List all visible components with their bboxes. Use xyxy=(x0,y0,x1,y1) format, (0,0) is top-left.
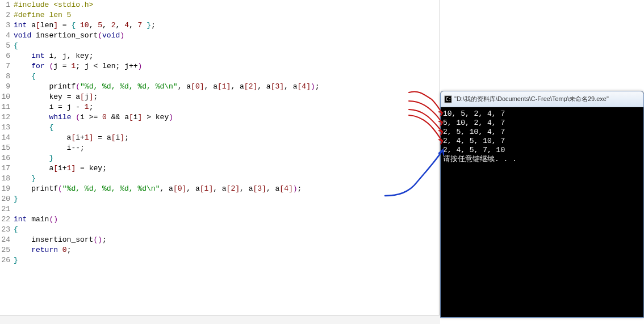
line-content[interactable]: void insertion_sort(void) xyxy=(12,31,124,41)
line-number: 20 xyxy=(0,194,12,204)
line-number: 1 xyxy=(0,0,12,10)
line-number: 23 xyxy=(0,225,12,235)
line-content[interactable]: } xyxy=(12,194,18,204)
code-line[interactable]: 23{ xyxy=(0,225,440,235)
code-line[interactable]: 1#include <stdio.h> xyxy=(0,0,440,10)
line-number: 18 xyxy=(0,174,12,184)
line-number: 3 xyxy=(0,20,12,31)
line-content[interactable]: i--; xyxy=(12,143,85,153)
console-window[interactable]: C:\ "D:\我的资料库\Documents\C-Free\Temp\未命名2… xyxy=(440,91,644,318)
line-number: 11 xyxy=(0,102,12,112)
line-number: 15 xyxy=(0,143,12,153)
line-number: 10 xyxy=(0,92,12,102)
code-editor[interactable]: 1#include <stdio.h>2#define len 53int a[… xyxy=(0,0,440,324)
line-content[interactable]: for (j = 1; j < len; j++) xyxy=(12,61,142,71)
line-number: 17 xyxy=(0,163,12,174)
console-output: 10, 5, 2, 4, 7 5, 10, 2, 4, 7 2, 5, 10, … xyxy=(441,107,643,317)
line-content[interactable] xyxy=(12,204,14,214)
line-number: 22 xyxy=(0,214,12,225)
code-line[interactable]: 5{ xyxy=(0,41,440,51)
code-line[interactable]: 22int main() xyxy=(0,214,440,225)
line-number: 24 xyxy=(0,235,12,245)
line-number: 12 xyxy=(0,112,12,123)
line-content[interactable]: i = j - 1; xyxy=(12,102,93,112)
code-line[interactable]: 20} xyxy=(0,194,440,204)
code-line[interactable]: 14 a[i+1] = a[i]; xyxy=(0,133,440,143)
line-number: 8 xyxy=(0,71,12,82)
line-number: 13 xyxy=(0,123,12,133)
line-number: 25 xyxy=(0,245,12,255)
line-content[interactable]: return 0; xyxy=(12,245,71,255)
code-line[interactable]: 21 xyxy=(0,204,440,214)
console-app-icon: C:\ xyxy=(444,95,452,103)
code-line[interactable]: 3int a[len] = { 10, 5, 2, 4, 7 }; xyxy=(0,20,440,31)
line-content[interactable]: #define len 5 xyxy=(12,10,71,20)
line-content[interactable]: int main() xyxy=(12,214,58,225)
code-line[interactable]: 7 for (j = 1; j < len; j++) xyxy=(0,61,440,71)
line-number: 21 xyxy=(0,204,12,214)
code-line[interactable]: 19 printf("%d, %d, %d, %d, %d\n", a[0], … xyxy=(0,184,440,194)
line-content[interactable]: a[i+1] = key; xyxy=(12,163,107,174)
line-number: 5 xyxy=(0,41,12,51)
line-number: 14 xyxy=(0,133,12,143)
code-line[interactable]: 6 int i, j, key; xyxy=(0,51,440,61)
line-number: 4 xyxy=(0,31,12,41)
line-number: 9 xyxy=(0,82,12,92)
console-titlebar[interactable]: C:\ "D:\我的资料库\Documents\C-Free\Temp\未命名2… xyxy=(441,91,643,107)
line-number: 19 xyxy=(0,184,12,194)
line-content[interactable]: } xyxy=(12,255,18,266)
console-title: "D:\我的资料库\Documents\C-Free\Temp\未命名29.ex… xyxy=(454,95,609,103)
line-number: 26 xyxy=(0,255,12,266)
code-line[interactable]: 15 i--; xyxy=(0,143,440,153)
code-line[interactable]: 17 a[i+1] = key; xyxy=(0,163,440,174)
editor-status-bar xyxy=(0,315,440,324)
line-content[interactable]: { xyxy=(12,41,18,51)
line-content[interactable]: #include <stdio.h> xyxy=(12,0,93,10)
line-content[interactable]: printf("%d, %d, %d, %d, %d\n", a[0], a[1… xyxy=(12,82,320,92)
line-content[interactable]: while (i >= 0 && a[i] > key) xyxy=(12,112,173,123)
code-line[interactable]: 4void insertion_sort(void) xyxy=(0,31,440,41)
code-line[interactable]: 8 { xyxy=(0,71,440,82)
code-line[interactable]: 18 } xyxy=(0,174,440,184)
line-content[interactable]: insertion_sort(); xyxy=(12,235,107,245)
line-number: 16 xyxy=(0,153,12,163)
code-line[interactable]: 24 insertion_sort(); xyxy=(0,235,440,245)
code-line[interactable]: 16 } xyxy=(0,153,440,163)
code-line[interactable]: 9 printf("%d, %d, %d, %d, %d\n", a[0], a… xyxy=(0,82,440,92)
code-line[interactable]: 12 while (i >= 0 && a[i] > key) xyxy=(0,112,440,123)
svg-text:C:\: C:\ xyxy=(446,97,452,102)
line-number: 2 xyxy=(0,10,12,20)
line-content[interactable]: { xyxy=(12,225,18,235)
line-content[interactable]: } xyxy=(12,174,36,184)
code-line[interactable]: 25 return 0; xyxy=(0,245,440,255)
line-content[interactable]: int i, j, key; xyxy=(12,51,93,61)
code-line[interactable]: 13 { xyxy=(0,123,440,133)
line-number: 6 xyxy=(0,51,12,61)
line-content[interactable]: a[i+1] = a[i]; xyxy=(12,133,129,143)
line-content[interactable]: } xyxy=(12,153,53,163)
line-content[interactable]: int a[len] = { 10, 5, 2, 4, 7 }; xyxy=(12,20,156,31)
line-content[interactable]: { xyxy=(12,71,36,82)
line-content[interactable]: key = a[j]; xyxy=(12,92,98,102)
line-content[interactable]: { xyxy=(12,123,53,133)
code-line[interactable]: 10 key = a[j]; xyxy=(0,92,440,102)
code-line[interactable]: 26} xyxy=(0,255,440,266)
line-number: 7 xyxy=(0,61,12,71)
code-line[interactable]: 11 i = j - 1; xyxy=(0,102,440,112)
code-line[interactable]: 2#define len 5 xyxy=(0,10,440,20)
line-content[interactable]: printf("%d, %d, %d, %d, %d\n", a[0], a[1… xyxy=(12,184,302,194)
